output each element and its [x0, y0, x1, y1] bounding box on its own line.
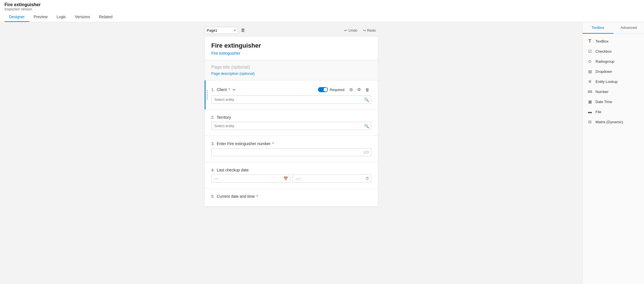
search-icon-client[interactable]: 🔍: [364, 97, 369, 102]
entity-input-wrapper-territory: 🔍: [211, 122, 371, 130]
datetime-label: Date Time: [595, 100, 612, 104]
question-header-client: 1. Client * ✏ Required ⧉ ⚙ 🗑: [211, 86, 371, 93]
time-input-checkup[interactable]: [292, 174, 371, 183]
checkbox-label: Checkbox: [595, 49, 612, 53]
question-header-number: 3. Enter Fire extinguisher number *: [211, 141, 371, 146]
toolbox-item-checkbox[interactable]: ☑ Checkbox: [583, 46, 644, 56]
question-header-current-datetime: 5. Current date and time *: [211, 194, 371, 199]
toolbox-items: T TextBox ☑ Checkbox ⊙ Radiogroup ▤ Drop…: [583, 34, 644, 129]
edit-icon-client[interactable]: ✏: [233, 88, 236, 92]
app-subtitle: Inspection Version: [4, 7, 640, 11]
textbox-label: TextBox: [595, 39, 608, 43]
toolbox-item-dropdown[interactable]: ▤ Dropdown: [583, 66, 644, 76]
form-area: Page1 🗑 ↩ Undo ↪ Redo Fire extinguisher: [0, 22, 582, 284]
number-icon: 123: [363, 150, 369, 154]
page-select[interactable]: Page1: [204, 27, 238, 34]
question-label-checkup-date: 4. Last checkup date: [211, 168, 249, 172]
toolbox-item-textbox[interactable]: T TextBox: [583, 36, 644, 46]
toolbar-actions: ↩ Undo ↪ Redo: [342, 27, 378, 34]
form-subtitle: Fire extinguisher: [211, 51, 371, 55]
entity-lookup-label: Entity Lookup: [595, 80, 618, 84]
calendar-icon-checkup: 📅: [283, 176, 288, 181]
tab-logic[interactable]: Logic: [52, 12, 70, 22]
form-toolbar: Page1 🗑 ↩ Undo ↪ Redo: [204, 27, 378, 34]
required-toggle-client: Required: [318, 87, 345, 92]
date-input-wrapper-checkup: 📅: [211, 174, 290, 183]
number-input-extinguisher[interactable]: [211, 148, 371, 156]
form-card: Fire extinguisher Fire extinguisher Page…: [204, 36, 378, 207]
question-header-checkup-date: 4. Last checkup date: [211, 168, 371, 172]
undo-button[interactable]: ↩ Undo: [342, 27, 359, 34]
entity-input-wrapper-client: 🔍: [211, 96, 371, 104]
toolbox-tab-advanced[interactable]: Advanced: [613, 22, 644, 34]
entity-input-client[interactable]: [211, 96, 371, 104]
checkbox-icon: ☑: [587, 48, 593, 54]
clock-icon-checkup: ⏱: [365, 176, 369, 181]
page-selector: Page1 🗑: [204, 27, 247, 34]
question-item-current-datetime: 5. Current date and time *: [205, 188, 378, 207]
tab-related[interactable]: Related: [94, 12, 117, 22]
tab-versions[interactable]: Versions: [70, 12, 94, 22]
number-label: Number: [595, 90, 608, 94]
dropdown-label: Dropdown: [595, 69, 612, 74]
radiogroup-label: Radiogroup: [595, 59, 614, 64]
number-input-wrapper: 123: [211, 148, 371, 156]
delete-page-button[interactable]: 🗑: [239, 27, 247, 34]
question-label-client: 1. Client * ✏: [211, 87, 236, 92]
page-select-wrapper: Page1: [204, 27, 238, 34]
toolbox-item-file[interactable]: ▬ File: [583, 107, 644, 117]
page-section: Page title (optional) Page description (…: [205, 60, 378, 80]
entity-lookup-icon: ⊞: [587, 79, 593, 84]
page-title-placeholder[interactable]: Page title (optional): [211, 65, 371, 70]
time-input-wrapper-checkup: ⏱: [292, 174, 371, 183]
nav-tabs: Designer Preview Logic Versions Related: [4, 12, 640, 22]
question-item-checkup-date: 4. Last checkup date 📅 ⏱: [205, 162, 378, 188]
redo-icon: ↪: [363, 28, 366, 32]
tab-designer[interactable]: Designer: [4, 12, 29, 22]
page-desc-placeholder[interactable]: Page description (optional): [211, 71, 371, 76]
toolbox-item-radiogroup[interactable]: ⊙ Radiogroup: [583, 56, 644, 66]
question-item-territory: 2. Territory 🔍: [205, 110, 378, 136]
file-icon: ▬: [587, 109, 593, 115]
question-label-current-datetime: 5. Current date and time *: [211, 194, 258, 199]
settings-button-client[interactable]: ⚙: [356, 86, 363, 93]
search-icon-territory[interactable]: 🔍: [364, 124, 369, 128]
form-title-section: Fire extinguisher Fire extinguisher: [205, 36, 378, 60]
toolbox-item-matrix[interactable]: ⊟ Matrix (Dynamic): [583, 117, 644, 127]
date-input-checkup[interactable]: [211, 174, 290, 183]
question-label-territory: 2. Territory: [211, 115, 231, 120]
toolbox-item-entity-lookup[interactable]: ⊞ Entity Lookup: [583, 76, 644, 87]
file-label: File: [595, 110, 601, 114]
drag-handle-client[interactable]: [207, 90, 208, 100]
undo-icon: ↩: [344, 28, 347, 32]
textbox-icon: T: [587, 38, 593, 44]
redo-button[interactable]: ↪ Redo: [361, 27, 378, 34]
toggle-switch-client[interactable]: [318, 87, 328, 92]
question-item-client: 1. Client * ✏ Required ⧉ ⚙ 🗑: [205, 80, 378, 110]
question-controls-client: Required ⧉ ⚙ 🗑: [318, 86, 371, 93]
app-header: Fire extinguisher Inspection Version Des…: [0, 0, 644, 22]
entity-input-territory[interactable]: [211, 122, 371, 130]
matrix-icon: ⊟: [587, 119, 593, 125]
radiogroup-icon: ⊙: [587, 59, 593, 64]
dropdown-icon: ▤: [587, 69, 593, 74]
delete-button-client[interactable]: 🗑: [364, 86, 371, 93]
main-layout: Page1 🗑 ↩ Undo ↪ Redo Fire extinguisher: [0, 22, 644, 284]
toolbox-tabs: Toolbox Advanced: [583, 22, 644, 34]
toolbox-item-datetime[interactable]: ▦ Date Time: [583, 97, 644, 107]
number-icon-toolbox: 191: [587, 89, 593, 94]
question-label-number: 3. Enter Fire extinguisher number *: [211, 141, 274, 146]
question-header-territory: 2. Territory: [211, 115, 371, 120]
datetime-icon: ▦: [587, 99, 593, 104]
form-title: Fire extinguisher: [211, 42, 371, 49]
toolbox-item-number[interactable]: 191 Number: [583, 87, 644, 97]
app-title: Fire extinguisher: [4, 2, 640, 7]
toolbox-tab-toolbox[interactable]: Toolbox: [583, 22, 613, 34]
tab-preview[interactable]: Preview: [29, 12, 52, 22]
datetime-row-checkup: 📅 ⏱: [211, 174, 371, 183]
toolbox-panel: Toolbox Advanced T TextBox ☑ Checkbox ⊙ …: [582, 22, 644, 284]
matrix-label: Matrix (Dynamic): [595, 120, 623, 124]
copy-button-client[interactable]: ⧉: [348, 86, 354, 93]
question-item-number: 3. Enter Fire extinguisher number * 123: [205, 136, 378, 162]
